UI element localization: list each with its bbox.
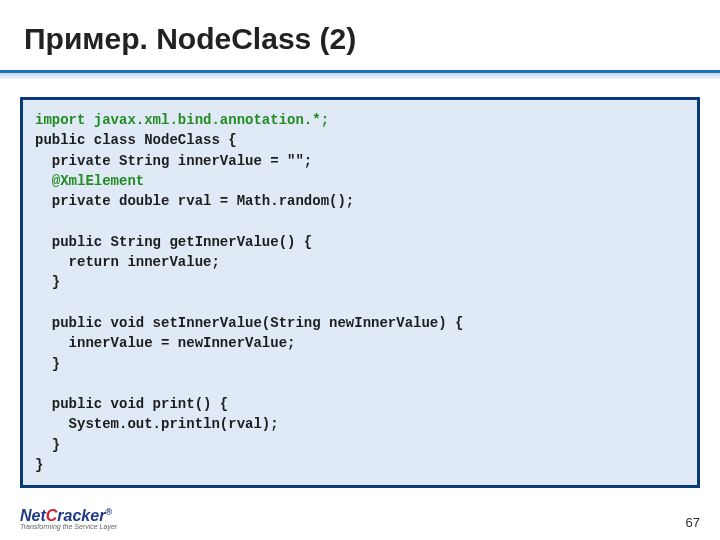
divider-gradient [0, 73, 720, 79]
code-line: } [35, 457, 43, 473]
page-number: 67 [686, 515, 700, 530]
code-line: @XmlElement [35, 173, 144, 189]
code-line: public class NodeClass { [35, 132, 237, 148]
code-line: public void setInnerValue(String newInne… [35, 315, 463, 331]
code-line: private String innerValue = ""; [35, 153, 312, 169]
divider [0, 70, 720, 79]
code-line: } [35, 437, 60, 453]
code-line: import javax.xml.bind.annotation.*; [35, 112, 329, 128]
code-line: } [35, 274, 60, 290]
slide-title: Пример. NodeClass (2) [0, 0, 720, 56]
logo-registered-icon: ® [105, 507, 112, 517]
logo: NetCracker® Transforming the Service Lay… [20, 507, 117, 530]
code-line: private double rval = Math.random(); [35, 193, 354, 209]
logo-tagline: Transforming the Service Layer [20, 523, 117, 530]
code-line: innerValue = newInnerValue; [35, 335, 295, 351]
code-line: public void print() { [35, 396, 228, 412]
code-line: System.out.println(rval); [35, 416, 279, 432]
code-block: import javax.xml.bind.annotation.*; publ… [20, 97, 700, 488]
footer: NetCracker® Transforming the Service Lay… [20, 507, 700, 530]
code-line: public String getInnerValue() { [35, 234, 312, 250]
code-line: return innerValue; [35, 254, 220, 270]
code-line: } [35, 356, 60, 372]
